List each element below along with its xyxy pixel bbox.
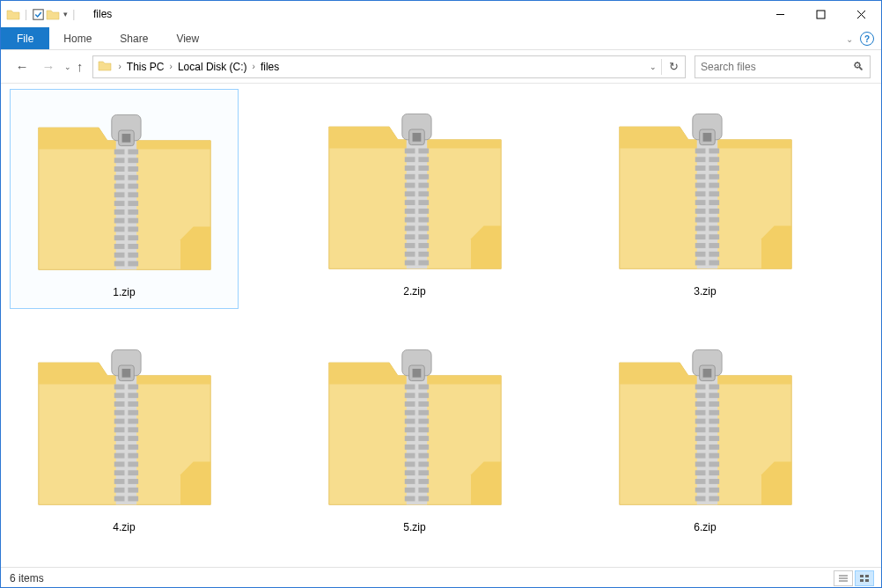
folder-icon: [98, 59, 112, 75]
file-label: 1.zip: [113, 286, 135, 298]
close-button[interactable]: [841, 1, 881, 27]
status-bar: 6 items: [1, 567, 881, 588]
ribbon-file-tab[interactable]: File: [1, 27, 49, 49]
file-label: 5.zip: [403, 521, 425, 533]
zip-folder-icon: [30, 93, 219, 283]
file-label: 3.zip: [694, 285, 716, 298]
minimize-button[interactable]: [760, 1, 800, 27]
search-icon[interactable]: 🔍︎: [853, 60, 864, 73]
file-item[interactable]: 3.zip: [591, 89, 820, 309]
file-item[interactable]: 5.zip: [300, 325, 529, 545]
content-pane[interactable]: 1.zip2.zip3.zip4.zip5.zip6.zip: [1, 84, 881, 567]
search-input[interactable]: [701, 61, 853, 73]
file-label: 6.zip: [694, 521, 716, 533]
maximize-button[interactable]: [800, 1, 841, 27]
svg-rect-40: [860, 575, 864, 577]
chevron-right-icon[interactable]: ›: [167, 62, 175, 71]
svg-rect-32: [33, 9, 42, 18]
ribbon-collapse-icon[interactable]: ⌄: [846, 34, 853, 44]
separator: [661, 59, 662, 75]
svg-rect-42: [860, 579, 864, 582]
file-item[interactable]: 6.zip: [591, 325, 820, 545]
file-item[interactable]: 4.zip: [10, 325, 239, 545]
titlebar: | ▾ | files: [1, 1, 881, 27]
zip-folder-icon: [30, 328, 219, 518]
view-details-button[interactable]: [834, 570, 853, 586]
address-bar[interactable]: › This PC › Local Disk (C:) › files ⌄ ↻: [92, 55, 687, 78]
help-icon[interactable]: ?: [860, 32, 874, 46]
window-title: files: [93, 8, 112, 20]
breadcrumb-segment[interactable]: This PC: [124, 61, 167, 73]
ribbon-tab-view[interactable]: View: [162, 27, 213, 49]
folder-icon: [6, 8, 20, 20]
up-button[interactable]: ↑: [77, 59, 84, 74]
status-text: 6 items: [10, 572, 44, 584]
forward-button[interactable]: →: [38, 56, 59, 77]
qat-dropdown-icon[interactable]: ▾: [63, 10, 68, 18]
file-label: 2.zip: [403, 285, 425, 298]
svg-rect-43: [865, 579, 869, 582]
zip-folder-icon: [320, 92, 510, 282]
svg-rect-34: [817, 11, 825, 18]
ribbon: File Home Share View ⌄ ?: [1, 27, 881, 50]
breadcrumb-segment[interactable]: Local Disk (C:): [175, 61, 250, 73]
file-item[interactable]: 2.zip: [300, 89, 529, 309]
separator: |: [72, 8, 75, 20]
svg-rect-41: [865, 575, 869, 577]
file-item[interactable]: 1.zip: [10, 89, 239, 309]
recent-locations-icon[interactable]: ⌄: [64, 62, 71, 71]
separator: |: [25, 8, 27, 20]
view-large-icons-button[interactable]: [855, 570, 874, 586]
zip-folder-icon: [611, 328, 800, 518]
chevron-right-icon[interactable]: ›: [250, 62, 258, 71]
folder-icon[interactable]: [46, 8, 60, 20]
breadcrumb-segment[interactable]: files: [258, 61, 282, 73]
chevron-right-icon[interactable]: ›: [116, 62, 124, 71]
search-box[interactable]: 🔍︎: [695, 55, 871, 78]
ribbon-tab-share[interactable]: Share: [106, 27, 162, 49]
refresh-icon[interactable]: ↻: [664, 57, 683, 77]
address-dropdown-icon[interactable]: ⌄: [647, 60, 659, 74]
zip-folder-icon: [611, 92, 800, 282]
qat-properties-icon[interactable]: [32, 8, 44, 20]
zip-folder-icon: [320, 328, 510, 518]
navigation-bar: ← → ⌄ ↑ › This PC › Local Disk (C:) › fi…: [1, 50, 881, 84]
file-label: 4.zip: [113, 521, 135, 533]
back-button[interactable]: ←: [11, 56, 33, 77]
ribbon-tab-home[interactable]: Home: [49, 27, 106, 49]
